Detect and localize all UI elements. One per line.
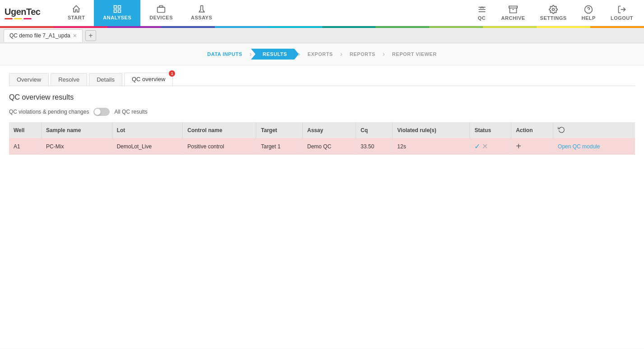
nav-item-devices[interactable]: DEVICES bbox=[140, 0, 182, 26]
step-exports[interactable]: EXPORTS bbox=[299, 49, 341, 60]
sub-tabs: Overview Resolve Details QC overview 1 bbox=[9, 73, 635, 86]
col-header-violated-rules: Violated rule(s) bbox=[393, 122, 470, 138]
nav-right: QC ARCHIVE SETTINGS HELP bbox=[471, 0, 639, 26]
col-header-cq: Cq bbox=[356, 122, 393, 138]
nav-label-help: HELP bbox=[582, 15, 596, 21]
assays-icon bbox=[197, 5, 206, 14]
analyses-icon bbox=[113, 5, 122, 14]
logo-bar-pink bbox=[23, 18, 32, 19]
filter-label: QC violations & pending changes bbox=[9, 109, 89, 115]
main-tab[interactable]: QC demo file 7_A1_upda × bbox=[4, 29, 83, 42]
col-header-status: Status bbox=[470, 122, 511, 138]
step-label-reports: REPORTS bbox=[350, 51, 375, 57]
archive-icon bbox=[509, 5, 518, 14]
sub-tab-qc-overview[interactable]: QC overview 1 bbox=[124, 73, 173, 86]
nav-label-logout: LOGOUT bbox=[611, 15, 633, 21]
sub-tab-label-resolve: Resolve bbox=[58, 76, 79, 83]
tab-title: QC demo file 7_A1_upda bbox=[9, 32, 70, 39]
col-header-target: Target bbox=[256, 122, 302, 138]
devices-icon bbox=[157, 5, 166, 14]
cell-target: Target 1 bbox=[256, 138, 302, 155]
nav-item-help[interactable]: HELP bbox=[575, 0, 602, 26]
sub-tab-resolve[interactable]: Resolve bbox=[51, 73, 87, 86]
step-label-results: RESULTS bbox=[263, 51, 287, 57]
cell-assay: Demo QC bbox=[302, 138, 356, 155]
logout-icon bbox=[617, 5, 626, 14]
logo-bar-yellow bbox=[14, 18, 22, 19]
logo-area: UgenTec bbox=[5, 7, 45, 19]
filter-toggle[interactable] bbox=[93, 108, 110, 116]
col-header-lot: Lot bbox=[112, 122, 183, 138]
help-icon bbox=[584, 5, 593, 14]
status-reject-button[interactable]: ✕ bbox=[482, 142, 488, 150]
cell-well: A1 bbox=[9, 138, 42, 155]
settings-icon bbox=[549, 5, 558, 14]
nav-label-settings: SETTINGS bbox=[540, 15, 567, 21]
tabs-bar: QC demo file 7_A1_upda × + bbox=[0, 28, 644, 43]
qc-table: Well Sample name Lot Control name Target… bbox=[9, 122, 635, 155]
col-header-sample-name: Sample name bbox=[42, 122, 112, 138]
sub-tab-label-details: Details bbox=[97, 76, 115, 83]
nav-label-devices: DEVICES bbox=[149, 15, 173, 20]
cell-sample-name: PC-Mix bbox=[42, 138, 112, 155]
nav-item-logout[interactable]: LOGOUT bbox=[604, 0, 639, 26]
all-qc-label: All QC results bbox=[114, 109, 147, 115]
nav-item-settings[interactable]: SETTINGS bbox=[534, 0, 573, 26]
action-add-button[interactable]: + bbox=[516, 141, 521, 151]
sub-tab-details[interactable]: Details bbox=[89, 73, 122, 86]
nav-item-analyses[interactable]: ANALYSES bbox=[94, 0, 140, 26]
nav-label-assays: ASSAYS bbox=[191, 15, 212, 20]
step-results[interactable]: RESULTS bbox=[251, 49, 299, 60]
step-data-inputs[interactable]: DATA INPUTS bbox=[199, 49, 250, 60]
home-icon bbox=[72, 5, 81, 14]
nav-item-qc[interactable]: QC bbox=[471, 0, 493, 26]
svg-rect-9 bbox=[509, 6, 517, 8]
qc-overview-badge: 1 bbox=[169, 70, 175, 77]
nav-label-qc: QC bbox=[478, 15, 486, 21]
nav-label-archive: ARCHIVE bbox=[501, 15, 525, 21]
step-label-exports: EXPORTS bbox=[307, 51, 333, 57]
svg-point-11 bbox=[552, 9, 555, 11]
content-area: Overview Resolve Details QC overview 1 Q… bbox=[0, 65, 644, 349]
logo-bars bbox=[5, 18, 32, 19]
toggle-knob bbox=[94, 109, 101, 115]
top-nav: UgenTec START ANALYSES DEVICES bbox=[0, 0, 644, 26]
qc-icon bbox=[477, 5, 486, 14]
sub-tab-overview[interactable]: Overview bbox=[9, 73, 49, 86]
step-report-viewer[interactable]: REPORT VIEWER bbox=[384, 49, 445, 60]
nav-item-assays[interactable]: ASSAYS bbox=[182, 0, 221, 26]
nav-item-start[interactable]: START bbox=[59, 0, 94, 26]
status-accept-button[interactable]: ✓ bbox=[474, 142, 480, 150]
page-title: QC overview results bbox=[9, 93, 635, 101]
cell-lot: DemoLot_Live bbox=[112, 138, 183, 155]
cell-control-name: Positive control bbox=[183, 138, 256, 155]
svg-rect-2 bbox=[114, 9, 116, 12]
nav-label-start: START bbox=[68, 15, 85, 20]
cell-open-qc: Open QC module bbox=[553, 138, 635, 155]
table-row: A1 PC-Mix DemoLot_Live Positive control … bbox=[9, 138, 635, 155]
filter-row: QC violations & pending changes All QC r… bbox=[9, 108, 635, 116]
nav-item-archive[interactable]: ARCHIVE bbox=[495, 0, 532, 26]
svg-rect-0 bbox=[114, 5, 116, 8]
cell-action: + bbox=[511, 138, 553, 155]
col-header-control-name: Control name bbox=[183, 122, 256, 138]
nav-label-analyses: ANALYSES bbox=[103, 15, 131, 20]
cell-violated-rules: 12s bbox=[393, 138, 470, 155]
step-reports[interactable]: REPORTS bbox=[342, 49, 384, 60]
cell-cq: 33.50 bbox=[356, 138, 393, 155]
logo-text: UgenTec bbox=[5, 7, 40, 17]
col-header-well: Well bbox=[9, 122, 42, 138]
svg-rect-1 bbox=[118, 5, 120, 8]
step-label-report-viewer: REPORT VIEWER bbox=[392, 51, 437, 57]
col-header-assay: Assay bbox=[302, 122, 356, 138]
tab-add-button[interactable]: + bbox=[85, 30, 96, 41]
open-qc-module-link[interactable]: Open QC module bbox=[558, 143, 600, 150]
history-col-icon bbox=[558, 126, 565, 133]
workflow-steps: DATA INPUTS › RESULTS › EXPORTS › REPORT… bbox=[0, 43, 644, 65]
col-header-history bbox=[553, 122, 635, 138]
tab-close-button[interactable]: × bbox=[73, 32, 77, 39]
nav-items: START ANALYSES DEVICES ASSAYS bbox=[59, 0, 471, 26]
sub-tab-label-overview: Overview bbox=[17, 76, 41, 83]
svg-rect-3 bbox=[118, 9, 120, 12]
logo-bar-red bbox=[5, 18, 13, 19]
